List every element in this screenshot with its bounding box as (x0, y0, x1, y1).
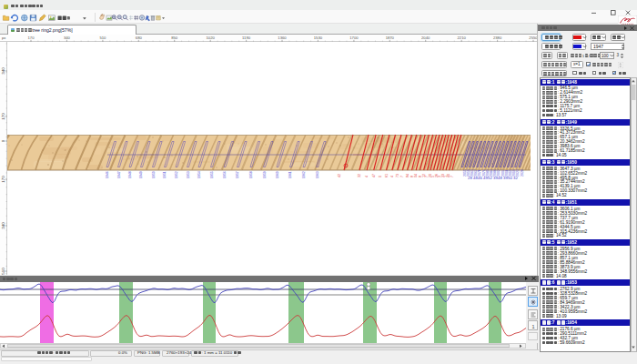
svg-text:84: 84 (406, 174, 410, 177)
svg-text:1530: 1530 (314, 35, 323, 40)
svg-text:2380: 2380 (493, 35, 502, 40)
svg-text:7: 7 (450, 176, 454, 177)
svg-text:1954: 1954 (197, 171, 201, 178)
svg-text:1946: 1946 (106, 171, 109, 178)
svg-text:7: 7 (400, 176, 404, 177)
svg-text:1948: 1948 (128, 171, 132, 178)
svg-text:32: 32 (358, 174, 361, 177)
svg-text:850: 850 (171, 35, 178, 40)
svg-text:1949: 1949 (139, 171, 143, 178)
svg-text:4: 4 (390, 176, 394, 177)
svg-text:47: 47 (372, 174, 376, 177)
svg-text:61: 61 (385, 174, 389, 177)
svg-text:1950: 1950 (152, 171, 156, 178)
svg-text:4: 4 (365, 176, 369, 177)
svg-text:170: 170 (1, 176, 5, 183)
svg-text:680: 680 (136, 35, 143, 40)
svg-text:340: 340 (1, 222, 5, 229)
svg-text:0: 0 (379, 176, 382, 177)
svg-text:1961: 1961 (288, 171, 292, 178)
svg-text:1020: 1020 (207, 35, 216, 40)
svg-text:1962: 1962 (302, 171, 306, 178)
svg-text:340: 340 (1, 67, 5, 75)
svg-text:28 4846 4952 3948 3950 32: 28 4846 4952 3948 3950 32 (468, 176, 518, 180)
svg-text:1700: 1700 (349, 35, 359, 40)
svg-text:1956: 1956 (223, 171, 227, 178)
svg-text:1870: 1870 (386, 35, 395, 40)
svg-text:1959: 1959 (263, 171, 267, 178)
svg-text:1947: 1947 (117, 171, 121, 178)
svg-text:2028: 2028 (521, 169, 524, 177)
svg-text:510: 510 (99, 35, 106, 40)
svg-text:42: 42 (338, 174, 341, 177)
svg-text:1958: 1958 (249, 171, 253, 178)
svg-text:340: 340 (64, 35, 71, 40)
svg-text:170: 170 (28, 35, 35, 40)
svg-text:170: 170 (1, 113, 5, 120)
svg-text:1953: 1953 (187, 171, 190, 178)
svg-text:04: 04 (414, 174, 418, 177)
svg-text:2040: 2040 (421, 35, 430, 40)
svg-text:510: 510 (1, 268, 5, 275)
svg-text:1960: 1960 (276, 171, 279, 178)
svg-text:1952: 1952 (175, 171, 178, 178)
svg-text:1963: 1963 (316, 171, 319, 178)
svg-text:1190: 1190 (242, 35, 251, 40)
svg-text:1360: 1360 (278, 35, 287, 40)
svg-text:1951: 1951 (163, 171, 167, 178)
svg-text:2210: 2210 (458, 35, 467, 40)
svg-text:1: 1 (531, 323, 534, 329)
svg-text:73: 73 (396, 174, 399, 177)
svg-text:1955: 1955 (210, 171, 214, 178)
svg-text:1957: 1957 (236, 171, 239, 178)
